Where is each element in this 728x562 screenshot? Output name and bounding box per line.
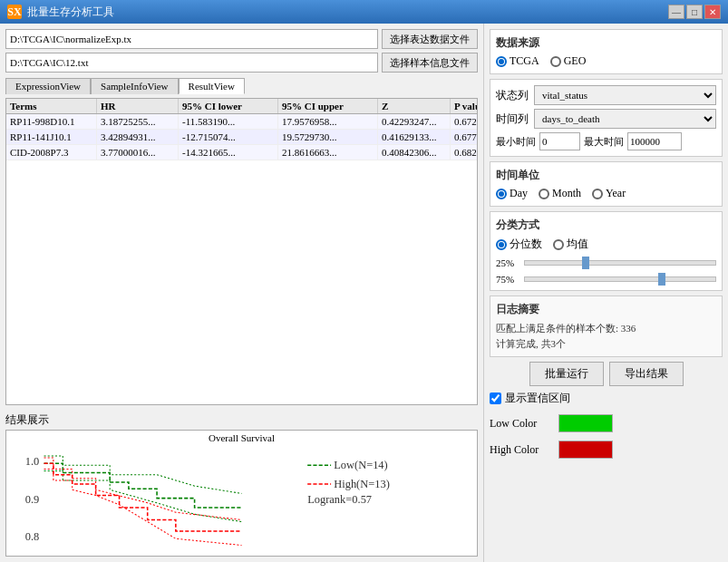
cell-ci-lower-3: -14.321665... (179, 145, 278, 160)
cell-ci-lower-2: -12.715074... (179, 130, 278, 144)
data-source-title: 数据来源 (496, 35, 716, 51)
radio-day[interactable]: Day (496, 187, 528, 200)
col-ci-lower: 95% CI lower (179, 99, 278, 113)
cell-pval-2: 0.67719683... (451, 130, 478, 144)
file-row-1: 选择表达数据文件 (5, 29, 478, 49)
slider-25-label: 25% (496, 257, 519, 268)
sample-info-file-input[interactable] (5, 53, 378, 73)
class-method-section: 分类方式 分位数 均值 25% (490, 211, 723, 291)
table-header: Terms HR 95% CI lower 95% CI upper Z P v… (6, 99, 477, 114)
time-unit-title: 时间单位 (496, 168, 716, 183)
select-expression-file-button[interactable]: 选择表达数据文件 (382, 29, 478, 49)
table-row[interactable]: RP11-998D10.1 3.18725255... -11.583190..… (6, 114, 477, 130)
cell-pval-3: 0.68296266... (451, 145, 478, 160)
col-pval: P valu (451, 99, 478, 113)
radio-geo-label: GEO (564, 54, 587, 68)
col-z: Z (378, 99, 451, 113)
time-unit-section: 时间单位 Day Month Year (490, 161, 723, 207)
radio-year-label: Year (606, 187, 626, 200)
slider-25-track[interactable] (524, 260, 716, 266)
time-select[interactable]: days_to_death (534, 109, 716, 129)
title-bar: SX 批量生存分析工具 — □ ✕ (0, 0, 728, 24)
app-icon: SX (7, 5, 22, 19)
radio-year[interactable]: Year (592, 187, 626, 200)
title-bar-left: SX 批量生存分析工具 (7, 5, 114, 20)
max-time-input[interactable] (627, 132, 682, 150)
col-ci-upper: 95% CI upper (278, 99, 378, 113)
survival-svg: 1.0 0.9 0.8 Low (6, 445, 477, 557)
cell-ci-lower-1: -11.583190... (179, 114, 278, 129)
radio-mean[interactable]: 均值 (553, 237, 588, 252)
high-color-box[interactable] (558, 441, 613, 459)
radio-geo[interactable]: GEO (550, 54, 587, 68)
tab-result-view[interactable]: ResultView (179, 78, 245, 94)
radio-year-circle (592, 189, 603, 199)
cell-z-1: 0.42293247... (378, 114, 451, 129)
radio-quantile-circle (496, 239, 507, 250)
result-table: Terms HR 95% CI lower 95% CI upper Z P v… (5, 98, 478, 405)
survival-chart: Overall Survival 1.0 0.9 0.8 (5, 430, 478, 557)
slider-75-track[interactable] (524, 276, 716, 282)
radio-month-circle (539, 189, 549, 199)
time-range-row: 最小时间 最大时间 (496, 132, 716, 150)
export-result-button[interactable]: 导出结果 (609, 362, 684, 386)
min-time-input[interactable] (539, 132, 580, 150)
log-title: 日志摘要 (496, 302, 716, 317)
svg-text:1.0: 1.0 (25, 455, 40, 468)
status-label: 状态列 (496, 88, 529, 103)
table-row[interactable]: RP11-141J10.1 3.42894931... -12.715074..… (6, 130, 477, 145)
radio-mean-label: 均值 (567, 237, 588, 252)
batch-run-button[interactable]: 批量运行 (529, 362, 604, 386)
close-button[interactable]: ✕ (704, 5, 721, 19)
min-time-label: 最小时间 (496, 135, 536, 149)
svg-text:0.9: 0.9 (25, 493, 40, 506)
cell-ci-upper-1: 17.9576958... (278, 114, 378, 129)
slider-75-handle[interactable] (658, 273, 665, 286)
col-hr: HR (97, 99, 179, 113)
radio-day-label: Day (510, 187, 528, 200)
tab-expression-view[interactable]: ExpressionView (5, 78, 91, 94)
status-select[interactable]: vital_status (534, 85, 716, 105)
radio-geo-circle (550, 56, 561, 67)
class-method-radio-group: 分位数 均值 (496, 237, 716, 252)
table-row[interactable]: CID-2008P7.3 3.77000016... -14.321665...… (6, 145, 477, 160)
log-line-1: 匹配上满足条件的样本个数: 336 (496, 321, 716, 336)
cell-ci-upper-2: 19.5729730... (278, 130, 378, 144)
radio-tcga[interactable]: TCGA (496, 54, 539, 68)
radio-quantile[interactable]: 分位数 (496, 237, 542, 252)
radio-mean-circle (553, 239, 564, 250)
cell-hr-2: 3.42894931... (97, 130, 179, 144)
tab-bar: ExpressionView SampleInfoView ResultView (5, 78, 478, 94)
low-color-row: Low Color (490, 414, 723, 432)
cell-z-3: 0.40842306... (378, 145, 451, 160)
log-line-2: 计算完成, 共3个 (496, 336, 716, 352)
low-color-label: Low Color (490, 417, 553, 431)
cell-pval-1: 0.67234452... (451, 114, 478, 129)
maximize-button[interactable]: □ (686, 5, 703, 19)
result-section-title: 结果展示 (5, 412, 478, 428)
show-ci-checkbox[interactable] (490, 392, 501, 404)
slider-25-container: 25% (496, 257, 716, 268)
svg-text:0.8: 0.8 (25, 530, 40, 543)
show-ci-row: 显示置信区间 (490, 391, 723, 406)
radio-day-circle (496, 189, 507, 199)
tab-sample-info-view[interactable]: SampleInfoView (91, 78, 179, 94)
minimize-button[interactable]: — (668, 5, 684, 19)
app-title: 批量生存分析工具 (27, 5, 114, 20)
cell-z-2: 0.41629133... (378, 130, 451, 144)
select-sample-info-file-button[interactable]: 选择样本信息文件 (382, 53, 478, 73)
show-ci-label: 显示置信区间 (505, 391, 570, 406)
radio-quantile-label: 分位数 (510, 237, 542, 252)
file-row-2: 选择样本信息文件 (5, 53, 478, 73)
cell-hr-3: 3.77000016... (97, 145, 179, 160)
max-time-label: 最大时间 (584, 135, 624, 149)
status-row: 状态列 vital_status (496, 85, 716, 105)
time-unit-radio-group: Day Month Year (496, 187, 716, 200)
expression-file-input[interactable] (5, 29, 378, 49)
low-color-box[interactable] (558, 414, 613, 432)
data-source-section: 数据来源 TCGA GEO (490, 29, 723, 74)
radio-month[interactable]: Month (539, 187, 581, 200)
time-row: 时间列 days_to_death (496, 109, 716, 129)
slider-25-handle[interactable] (582, 257, 589, 269)
slider-75-label: 75% (496, 274, 519, 285)
